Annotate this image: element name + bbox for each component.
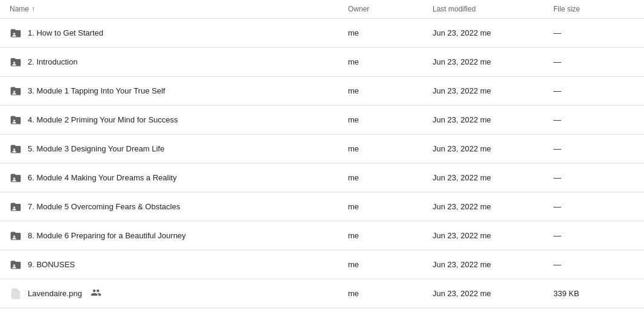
row-filename: 9. BONUSES bbox=[28, 260, 75, 269]
sort-arrow: ↑ bbox=[31, 5, 35, 13]
row-owner-cell: me bbox=[348, 173, 433, 182]
table-row[interactable]: 1. How to Get StartedmeJun 23, 2022 me— bbox=[0, 19, 644, 48]
row-name-cell: 8. Module 6 Preparing for a Beautiful Jo… bbox=[10, 230, 348, 242]
table-row[interactable]: 9. BONUSESmeJun 23, 2022 me— bbox=[0, 250, 644, 279]
row-owner-cell: me bbox=[348, 231, 433, 240]
row-size-cell: — bbox=[553, 202, 634, 211]
row-name-cell: 6. Module 4 Making Your Dreams a Reality bbox=[10, 172, 348, 184]
row-owner-cell: me bbox=[348, 144, 433, 153]
row-modified-cell: Jun 23, 2022 me bbox=[433, 260, 553, 269]
row-name-cell: 5. Module 3 Designing Your Dream Life bbox=[10, 143, 348, 155]
svg-point-6 bbox=[13, 206, 15, 208]
row-name-cell: Lavendaire.png bbox=[10, 287, 348, 300]
row-name-cell: 1. How to Get Started bbox=[10, 27, 348, 39]
row-size-cell: — bbox=[553, 115, 634, 124]
row-filename: 6. Module 4 Making Your Dreams a Reality bbox=[28, 173, 176, 182]
svg-point-1 bbox=[13, 62, 15, 63]
row-owner-cell: me bbox=[348, 289, 433, 298]
row-modified-cell: Jun 23, 2022 me bbox=[433, 57, 553, 66]
row-owner-cell: me bbox=[348, 202, 433, 211]
svg-point-5 bbox=[13, 177, 15, 179]
row-size-cell: — bbox=[553, 86, 634, 95]
row-modified-cell: Jun 23, 2022 me bbox=[433, 86, 553, 95]
row-name-cell: 4. Module 2 Priming Your Mind for Succes… bbox=[10, 114, 348, 126]
row-filename: 5. Module 3 Designing Your Dream Life bbox=[28, 144, 164, 153]
col-owner-header: Owner bbox=[348, 5, 433, 13]
row-filename: 2. Introduction bbox=[28, 57, 77, 66]
table-row[interactable]: 7. Module 5 Overcoming Fears & Obstacles… bbox=[0, 192, 644, 221]
table-row[interactable]: Lavendaire.png meJun 23, 2022 me339 KB bbox=[0, 279, 644, 308]
row-name-cell: 3. Module 1 Tapping Into Your True Self bbox=[10, 85, 348, 97]
row-size-cell: 339 KB bbox=[553, 289, 634, 298]
row-modified-cell: Jun 23, 2022 me bbox=[433, 173, 553, 182]
row-size-cell: — bbox=[553, 231, 634, 240]
row-owner-cell: me bbox=[348, 28, 433, 37]
row-size-cell: — bbox=[553, 144, 634, 153]
row-owner-cell: me bbox=[348, 260, 433, 269]
row-filename: Lavendaire.png bbox=[28, 289, 82, 298]
row-owner-cell: me bbox=[348, 86, 433, 95]
table-header: Name ↑ Owner Last modified File size bbox=[0, 0, 644, 19]
row-size-cell: — bbox=[553, 28, 634, 37]
row-name-cell: 7. Module 5 Overcoming Fears & Obstacles bbox=[10, 201, 348, 213]
col-size-header: File size bbox=[553, 5, 634, 13]
row-size-cell: — bbox=[553, 57, 634, 66]
row-name-cell: 9. BONUSES bbox=[10, 259, 348, 271]
row-filename: 8. Module 6 Preparing for a Beautiful Jo… bbox=[28, 231, 186, 240]
row-filename: 7. Module 5 Overcoming Fears & Obstacles bbox=[28, 202, 180, 211]
row-modified-cell: Jun 23, 2022 me bbox=[433, 231, 553, 240]
row-name-cell: 2. Introduction bbox=[10, 56, 348, 68]
rows-container: 1. How to Get StartedmeJun 23, 2022 me— … bbox=[0, 19, 644, 308]
table-row[interactable]: 2. IntroductionmeJun 23, 2022 me— bbox=[0, 48, 644, 77]
row-modified-cell: Jun 23, 2022 me bbox=[433, 115, 553, 124]
row-modified-cell: Jun 23, 2022 me bbox=[433, 202, 553, 211]
row-size-cell: — bbox=[553, 260, 634, 269]
row-owner-cell: me bbox=[348, 115, 433, 124]
svg-point-7 bbox=[13, 235, 15, 237]
table-row[interactable]: 6. Module 4 Making Your Dreams a Reality… bbox=[0, 163, 644, 192]
svg-point-2 bbox=[13, 90, 15, 92]
row-modified-cell: Jun 23, 2022 me bbox=[433, 28, 553, 37]
table-row[interactable]: 8. Module 6 Preparing for a Beautiful Jo… bbox=[0, 221, 644, 250]
table-row[interactable]: 4. Module 2 Priming Your Mind for Succes… bbox=[0, 106, 644, 135]
svg-point-8 bbox=[13, 264, 15, 266]
row-filename: 1. How to Get Started bbox=[28, 28, 103, 37]
row-size-cell: — bbox=[553, 173, 634, 182]
col-modified-header: Last modified bbox=[433, 5, 553, 13]
table-row[interactable]: 5. Module 3 Designing Your Dream LifemeJ… bbox=[0, 135, 644, 163]
row-filename: 3. Module 1 Tapping Into Your True Self bbox=[28, 86, 165, 95]
name-header-label: Name bbox=[10, 5, 29, 13]
row-filename: 4. Module 2 Priming Your Mind for Succes… bbox=[28, 115, 178, 124]
row-modified-cell: Jun 23, 2022 me bbox=[433, 144, 553, 153]
table-row[interactable]: 3. Module 1 Tapping Into Your True Selfm… bbox=[0, 77, 644, 106]
row-modified-cell: Jun 23, 2022 me bbox=[433, 289, 553, 298]
row-owner-cell: me bbox=[348, 57, 433, 66]
svg-point-4 bbox=[13, 148, 15, 150]
shared-icon bbox=[91, 287, 101, 300]
svg-point-0 bbox=[13, 33, 15, 34]
svg-point-3 bbox=[13, 119, 15, 121]
file-list: Name ↑ Owner Last modified File size 1. … bbox=[0, 0, 644, 336]
col-name-header[interactable]: Name ↑ bbox=[10, 5, 348, 13]
